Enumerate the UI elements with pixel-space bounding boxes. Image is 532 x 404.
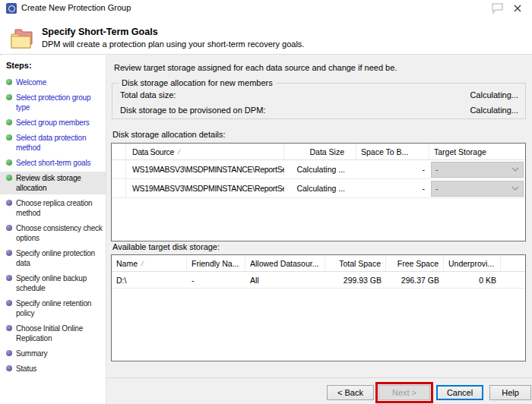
step-label: Summary bbox=[16, 349, 47, 358]
sort-ascending-icon: ∕ bbox=[179, 148, 179, 156]
step-select-group-members: Select group members bbox=[0, 116, 106, 129]
help-button[interactable]: Help bbox=[489, 385, 531, 400]
target-storage-cell: - bbox=[429, 160, 525, 178]
step-pending-bullet-icon bbox=[6, 225, 12, 231]
step-label: Specify online backup schedule bbox=[16, 274, 87, 292]
page-title: Specify Short-Term Goals bbox=[42, 27, 158, 37]
column-header-total-space[interactable]: Total Space bbox=[325, 255, 386, 271]
provisioned-storage-value: Calculating... bbox=[470, 106, 518, 115]
filler-cell bbox=[501, 272, 525, 288]
page-subtitle: DPM will create a protection plan using … bbox=[42, 39, 304, 49]
step-pending-bullet-icon bbox=[6, 250, 12, 256]
next-button[interactable]: Next > bbox=[378, 385, 430, 400]
column-header-underprovisioned[interactable]: Underprovi... bbox=[444, 255, 501, 271]
step-label: Select short-term goals bbox=[16, 159, 90, 167]
column-header-target-storage[interactable]: Target Storage bbox=[429, 144, 525, 159]
steps-heading: Steps: bbox=[0, 55, 106, 76]
step-choose-initial-online-replication: Choose Initial Online Replication bbox=[0, 322, 106, 345]
close-icon[interactable] bbox=[509, 2, 526, 14]
available-target-disk-storage-table: Name ∕ Friendly Na... Allowed Datasour..… bbox=[111, 254, 526, 361]
details-table-row[interactable]: WS19MABSV3\MSDPMINSTANCE\ReportServe... … bbox=[112, 160, 525, 179]
step-select-protection-group-type: Select protection group type bbox=[0, 91, 106, 114]
column-header-free-space[interactable]: Free Space bbox=[386, 255, 444, 271]
step-label: Choose replica creation method bbox=[16, 199, 92, 217]
filler-column-header bbox=[501, 255, 525, 271]
feedback-bubble-icon[interactable] bbox=[489, 2, 506, 14]
data-source-cell: WS19MABSV3\MSDPMINSTANCE\ReportServe... bbox=[126, 160, 284, 178]
step-specify-online-retention-policy: Specify online retention policy bbox=[0, 297, 106, 320]
column-header-space-to-be[interactable]: Space To B... bbox=[356, 144, 429, 159]
step-pending-bullet-icon bbox=[6, 200, 12, 206]
provisioned-storage-label: Disk storage to be provisoned on DPM: bbox=[120, 106, 265, 115]
step-label: Specify online retention policy bbox=[16, 299, 91, 317]
row-selector[interactable] bbox=[112, 160, 126, 178]
cancel-button[interactable]: Cancel bbox=[436, 385, 483, 400]
wizard-header: Specify Short-Term Goals DPM will create… bbox=[0, 17, 532, 55]
sort-ascending-icon: ∕ bbox=[142, 260, 144, 267]
step-label: Select protection group type bbox=[16, 93, 90, 112]
column-header-data-size[interactable]: Data Size bbox=[284, 144, 356, 159]
step-choose-consistency-check-options: Choose consistency check options bbox=[0, 222, 106, 245]
step-label: Choose Initial Online Replication bbox=[16, 324, 83, 342]
groupbox-title: Disk storage allocation for new members bbox=[119, 78, 276, 87]
window-title: Create New Protection Group bbox=[21, 3, 131, 12]
main-content: Review target storage assigned for each … bbox=[106, 55, 532, 404]
chevron-down-icon bbox=[511, 167, 519, 172]
step-status: Status bbox=[0, 362, 106, 375]
step-pending-bullet-icon bbox=[6, 300, 12, 306]
next-button-highlight-annotation: Next > bbox=[375, 382, 433, 403]
step-pending-bullet-icon bbox=[6, 365, 12, 371]
data-size-cell: Calculating ... bbox=[284, 179, 356, 197]
step-pending-bullet-icon bbox=[6, 350, 12, 356]
row-selector[interactable] bbox=[112, 179, 126, 197]
step-current-bullet-icon bbox=[6, 175, 12, 181]
step-label: Choose consistency check options bbox=[16, 224, 103, 242]
total-data-size-value: Calculating... bbox=[470, 90, 518, 99]
provisioned-storage-row: Disk storage to be provisoned on DPM: Ca… bbox=[120, 106, 518, 115]
target-storage-dropdown[interactable]: - bbox=[431, 181, 524, 197]
back-button[interactable]: < Back bbox=[327, 385, 374, 400]
target-storage-dropdown[interactable]: - bbox=[431, 162, 524, 178]
total-space-cell: 299.93 GB bbox=[325, 272, 386, 288]
column-header-friendly-name[interactable]: Friendly Na... bbox=[187, 255, 245, 271]
step-label: Status bbox=[16, 365, 36, 373]
disk-allocation-groupbox: Disk storage allocation for new members … bbox=[112, 83, 526, 119]
column-header-name[interactable]: Name ∕ bbox=[112, 255, 187, 271]
steps-sidebar: Steps: Welcome Select protection group t… bbox=[0, 55, 106, 404]
step-welcome: Welcome bbox=[0, 76, 106, 89]
available-storage-label: Available target disk storage: bbox=[112, 242, 220, 251]
step-pending-bullet-icon bbox=[6, 275, 12, 281]
step-specify-online-backup-schedule: Specify online backup schedule bbox=[0, 272, 106, 295]
step-review-disk-storage-allocation: Review disk storage allocation bbox=[0, 172, 106, 194]
step-choose-replica-creation-method: Choose replica creation method bbox=[0, 197, 106, 219]
footer-divider bbox=[106, 377, 532, 378]
step-select-short-term-goals: Select short-term goals bbox=[0, 156, 106, 169]
friendly-name-cell: - bbox=[187, 272, 245, 288]
column-header-data-source[interactable]: Data Source ∕ bbox=[126, 144, 284, 159]
create-new-protection-group-dialog: Create New Protection Group Specify Shor… bbox=[0, 0, 532, 404]
target-storage-cell: - bbox=[429, 179, 525, 197]
column-header-allowed-datasources[interactable]: Allowed Datasour... bbox=[245, 255, 325, 271]
intro-text: Review target storage assigned for each … bbox=[114, 63, 397, 72]
step-label: Select data protection method bbox=[16, 134, 86, 152]
steps-list: Welcome Select protection group type Sel… bbox=[0, 76, 106, 375]
step-select-data-protection-method: Select data protection method bbox=[0, 131, 106, 154]
data-size-cell: Calculating ... bbox=[284, 160, 356, 178]
details-table-header: Data Source ∕ Data Size Space To B... Ta… bbox=[112, 144, 525, 160]
step-done-bullet-icon bbox=[6, 159, 12, 166]
step-summary: Summary bbox=[0, 347, 106, 360]
available-table-row[interactable]: D:\ - All 299.93 GB 296.37 GB 0 KB bbox=[112, 272, 525, 289]
step-pending-bullet-icon bbox=[6, 325, 12, 331]
chevron-down-icon bbox=[511, 186, 519, 191]
space-to-be-cell: - bbox=[356, 160, 429, 178]
step-specify-online-protection-data: Specify online protection data bbox=[0, 247, 106, 270]
step-label: Specify online protection data bbox=[16, 249, 95, 267]
disk-allocation-details-table: Data Source ∕ Data Size Space To B... Ta… bbox=[111, 143, 526, 241]
allowed-datasources-cell: All bbox=[245, 272, 325, 288]
underprovisioned-cell: 0 KB bbox=[444, 272, 501, 288]
total-data-size-label: Total data size: bbox=[120, 90, 176, 99]
space-to-be-cell: - bbox=[356, 179, 429, 197]
details-table-row[interactable]: WS19MABSV3\MSDPMINSTANCE\ReportServe... … bbox=[112, 179, 525, 198]
title-bar: Create New Protection Group bbox=[0, 0, 532, 17]
step-done-bullet-icon bbox=[6, 79, 12, 85]
